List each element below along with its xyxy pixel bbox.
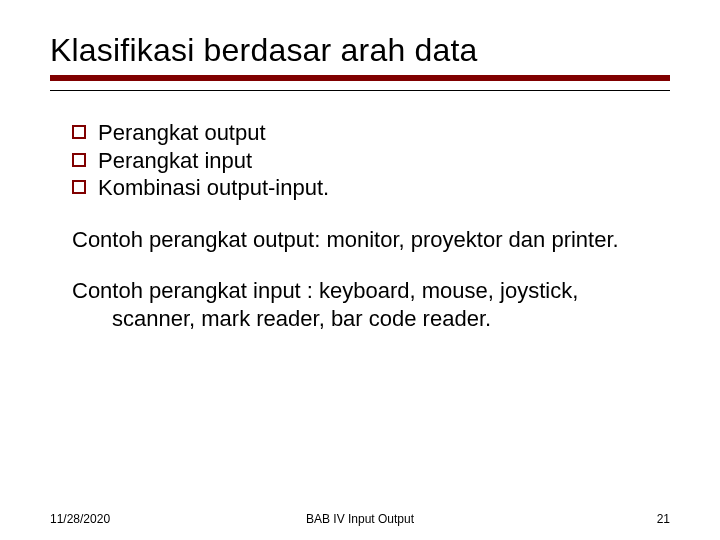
footer-page-number: 21 xyxy=(657,512,670,526)
footer-center: BAB IV Input Output xyxy=(306,512,414,526)
checkbox-icon xyxy=(72,180,86,194)
paragraph-output-examples: Contoh perangkat output: monitor, proyek… xyxy=(72,226,662,254)
checkbox-icon xyxy=(72,125,86,139)
list-item: Perangkat input xyxy=(72,147,670,175)
bullet-text: Perangkat output xyxy=(98,119,266,147)
checkbox-icon xyxy=(72,153,86,167)
list-item: Kombinasi output-input. xyxy=(72,174,670,202)
paragraph-input-examples: Contoh perangkat input : keyboard, mouse… xyxy=(72,277,662,332)
slide-footer: 11/28/2020 BAB IV Input Output 21 xyxy=(50,512,670,526)
bullet-list: Perangkat output Perangkat input Kombina… xyxy=(72,119,670,202)
slide: Klasifikasi berdasar arah data Perangkat… xyxy=(0,0,720,540)
slide-title: Klasifikasi berdasar arah data xyxy=(50,32,670,69)
list-item: Perangkat output xyxy=(72,119,670,147)
rule-thick xyxy=(50,75,670,81)
bullet-text: Kombinasi output-input. xyxy=(98,174,329,202)
bullet-text: Perangkat input xyxy=(98,147,252,175)
rule-thin xyxy=(50,90,670,91)
footer-date: 11/28/2020 xyxy=(50,512,110,526)
title-rules xyxy=(50,75,670,91)
